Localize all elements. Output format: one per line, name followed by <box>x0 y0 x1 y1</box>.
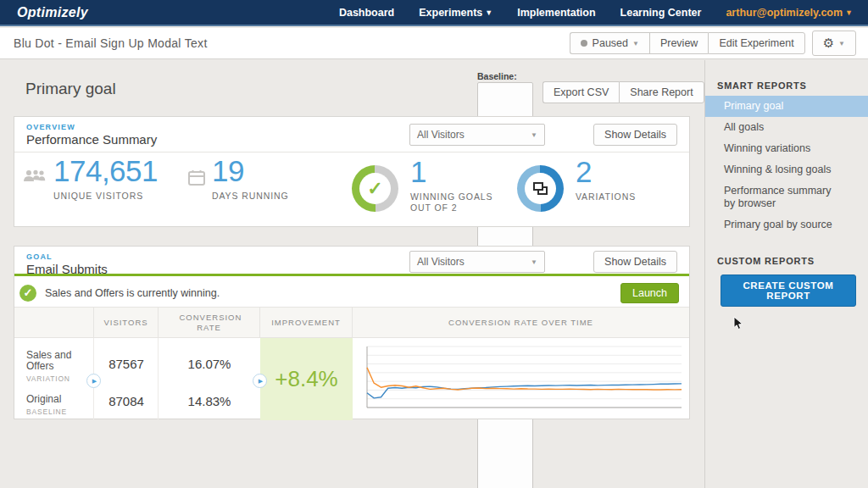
experiment-title: Blu Dot - Email Sign Up Modal Text <box>14 36 208 50</box>
results-table-header: VISITORS CONVERSION RATE IMPROVEMENT CON… <box>14 308 689 338</box>
unique-visitors-label: UNIQUE VISITORS <box>53 191 158 202</box>
table-row-baseline-name: Original BASELINE <box>26 394 94 418</box>
expand-rate-button[interactable]: ▶ <box>253 374 267 388</box>
overview-segment-select[interactable]: All Visitors▼ <box>409 124 545 146</box>
calendar-icon <box>188 169 205 202</box>
variation-tag: VARIATION <box>26 374 94 385</box>
paused-status-dot <box>581 40 587 47</box>
overview-show-details-button[interactable]: Show Details <box>593 124 677 146</box>
chevron-down-icon: ▼ <box>632 40 639 47</box>
settings-gear-button[interactable]: ⚙▼ <box>812 30 856 56</box>
column-header-visitors: VISITORS <box>94 308 159 338</box>
goal-title: Email Submits <box>26 262 108 276</box>
chevron-down-icon: ▼ <box>531 131 537 139</box>
create-custom-report-button[interactable]: CREATE CUSTOM REPORT <box>721 274 856 307</box>
results-table: VISITORS CONVERSION RATE IMPROVEMENT CON… <box>14 308 689 420</box>
sidebar-item-winning-variations[interactable]: Winning variations <box>705 138 868 159</box>
column-header-chart: CONVERSION RATE OVER TIME <box>353 308 689 338</box>
top-nav: Optimizely Dashboard Experiments▼ Implem… <box>0 0 868 26</box>
play-icon: ▶ <box>92 378 97 385</box>
nav-learning-center[interactable]: Learning Center <box>620 7 702 19</box>
baseline-visitors-value: 87084 <box>94 394 159 408</box>
unique-visitors-stat: 174,651 UNIQUE VISITORS <box>23 154 158 202</box>
baseline-label: Baseline: <box>477 71 517 81</box>
winner-banner: ✓ Sales and Offers is currently winning.… <box>14 279 689 308</box>
optimizely-results-page: Optimizely Dashboard Experiments▼ Implem… <box>0 0 868 488</box>
goal-panel-header: GOAL Email Submits All Visitors▼ Show De… <box>14 247 689 276</box>
custom-reports-heading: CUSTOM REPORTS <box>717 256 868 266</box>
overview-title: Performance Summary <box>26 132 157 147</box>
overview-kicker: OVERVIEW <box>26 123 75 131</box>
experiment-toolbar: Blu Dot - Email Sign Up Modal Text Pause… <box>0 28 868 59</box>
sidebar-item-winning-losing-goals[interactable]: Winning & losing goals <box>705 159 868 180</box>
variations-icon <box>533 182 548 195</box>
launch-button[interactable]: Launch <box>620 283 679 303</box>
column-header-conversion-rate: CONVERSION RATE <box>159 308 260 338</box>
preview-button[interactable]: Preview <box>649 32 708 54</box>
chevron-down-icon: ▼ <box>838 40 845 47</box>
winning-goals-stat: ✓ 1 WINNING GOALS OUT OF 2 <box>352 165 512 214</box>
results-table-body: Sales and Offers VARIATION 87567 16.07% … <box>14 338 689 420</box>
sidebar-item-primary-goal-by-source[interactable]: Primary goal by source <box>705 214 868 236</box>
table-row-variation-name: Sales and Offers VARIATION <box>26 350 94 385</box>
gear-icon: ⚙ <box>823 36 834 50</box>
nav-experiments[interactable]: Experiments▼ <box>419 7 492 19</box>
expand-visitors-button[interactable]: ▶ <box>86 374 101 388</box>
winner-message: Sales and Offers is currently winning. <box>45 287 220 299</box>
sidebar-item-all-goals[interactable]: All goals <box>705 117 868 138</box>
optimizely-logo: Optimizely <box>17 5 88 20</box>
nav-account-menu[interactable]: arthur@optimizely.com▼ <box>726 7 853 19</box>
variation-conversion-rate-value: 16.07% <box>159 357 260 371</box>
email-submits-goal-panel: GOAL Email Submits All Visitors▼ Show De… <box>14 246 690 419</box>
variations-donut <box>517 165 564 212</box>
variation-visitors-value: 87567 <box>94 357 159 371</box>
page-title: Primary goal <box>25 80 116 98</box>
winning-goals-donut: ✓ <box>352 165 398 212</box>
share-report-button[interactable]: Share Report <box>619 81 704 103</box>
improvement-cell: +8.4% <box>260 338 353 420</box>
conversion-rate-chart <box>353 338 689 420</box>
trend-line-chart-svg <box>361 343 683 414</box>
sidebar-item-primary-goal[interactable]: Primary goal <box>705 96 868 117</box>
nav-items: Dashboard Experiments▼ Implementation Le… <box>339 7 853 19</box>
variations-stat: 2 VARIATIONS <box>517 165 677 212</box>
sidebar-item-performance-by-browser[interactable]: Performance summary by browser <box>705 180 868 214</box>
mouse-cursor <box>733 316 743 335</box>
days-running-value: 19 <box>212 154 289 188</box>
winning-goals-label: WINNING GOALS OUT OF 2 <box>410 191 512 214</box>
play-icon: ▶ <box>259 378 263 385</box>
export-csv-button[interactable]: Export CSV <box>542 81 619 103</box>
status-paused-button[interactable]: Paused▼ <box>570 32 649 54</box>
chevron-down-icon: ▼ <box>531 258 537 266</box>
unique-visitors-value: 174,651 <box>53 154 158 188</box>
nav-dashboard[interactable]: Dashboard <box>339 7 394 19</box>
days-running-stat: 19 DAYS RUNNING <box>188 154 289 202</box>
column-header-improvement: IMPROVEMENT <box>260 308 353 338</box>
winning-goals-value: 1 <box>410 155 512 189</box>
baseline-conversion-rate-value: 14.83% <box>159 394 260 408</box>
goal-show-details-button[interactable]: Show Details <box>593 251 677 273</box>
overview-panel-header: OVERVIEW Performance Summary All Visitor… <box>14 117 689 152</box>
column-header-name <box>14 308 94 338</box>
variations-label: VARIATIONS <box>576 191 677 202</box>
goal-segment-select[interactable]: All Visitors▼ <box>409 251 545 273</box>
nav-implementation[interactable]: Implementation <box>517 7 595 19</box>
smart-reports-heading: SMART REPORTS <box>717 80 868 91</box>
variations-value: 2 <box>576 155 677 189</box>
reports-sidebar: SMART REPORTS Primary goal All goals Win… <box>704 60 868 488</box>
edit-experiment-button[interactable]: Edit Experiment <box>708 32 804 54</box>
people-icon <box>23 169 47 202</box>
chevron-down-icon: ▼ <box>485 8 492 17</box>
winner-check-icon: ✓ <box>19 285 36 302</box>
chevron-down-icon: ▼ <box>845 8 853 17</box>
check-icon: ✓ <box>367 178 382 200</box>
goal-kicker: GOAL <box>26 252 53 261</box>
baseline-tag: BASELINE <box>26 407 94 418</box>
days-running-label: DAYS RUNNING <box>212 191 289 202</box>
